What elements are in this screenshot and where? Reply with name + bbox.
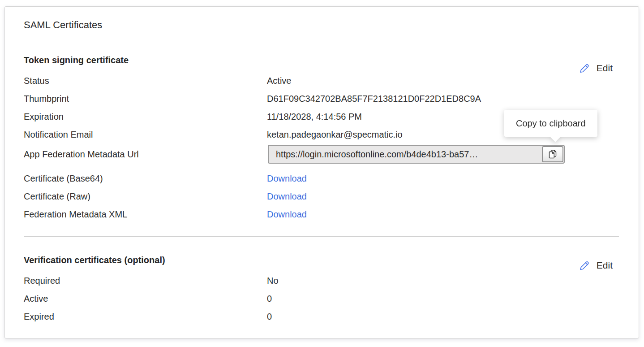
download-base64-link[interactable]: Download xyxy=(267,174,307,183)
federation-metadata-xml-row: Federation Metadata XML Download xyxy=(24,205,619,223)
saml-certificates-panel: SAML Certificates Token signing certific… xyxy=(4,6,639,338)
active-count-value: 0 xyxy=(267,290,619,308)
download-raw-link[interactable]: Download xyxy=(267,191,307,201)
required-value: No xyxy=(267,272,619,290)
notification-email-label: Notification Email xyxy=(24,126,267,143)
required-label: Required xyxy=(24,272,267,290)
certificate-raw-row: Certificate (Raw) Download xyxy=(24,187,619,205)
active-count-row: Active 0 xyxy=(24,290,619,308)
thumbprint-row: Thumbprint D61F09C342702BA85F7F2138121D0… xyxy=(24,90,619,108)
copy-tooltip-text: Copy to clipboard xyxy=(516,118,586,129)
app-federation-metadata-url-label: App Federation Metadata Url xyxy=(24,145,267,164)
expired-count-label: Expired xyxy=(24,308,267,325)
verification-certificate-details: Required No Active 0 Expired 0 xyxy=(24,272,619,325)
active-count-label: Active xyxy=(24,290,267,308)
certificate-base64-row: Certificate (Base64) Download xyxy=(24,169,619,187)
copy-tooltip: Copy to clipboard xyxy=(504,110,597,137)
metadata-url-field[interactable]: https://login.microsoftonline.com/b4de4b… xyxy=(268,145,565,164)
page-title: SAML Certificates xyxy=(24,18,619,32)
thumbprint-value: D61F09C342702BA85F7F2138121D0F22D1ED8C9A xyxy=(267,90,619,108)
edit-token-certificate-button[interactable]: Edit xyxy=(578,61,613,75)
status-label: Status xyxy=(24,72,267,90)
certificate-raw-label: Certificate (Raw) xyxy=(24,187,267,205)
metadata-url-value: https://login.microsoftonline.com/b4de4b… xyxy=(269,146,564,163)
section-divider xyxy=(24,236,619,237)
edit-verification-certificates-button[interactable]: Edit xyxy=(578,258,613,273)
edit-button-label: Edit xyxy=(597,63,613,74)
verification-certificates-heading: Verification certificates (optional) xyxy=(24,254,619,266)
expired-count-row: Expired 0 xyxy=(24,308,619,325)
status-row: Status Active xyxy=(24,72,619,90)
thumbprint-label: Thumbprint xyxy=(24,90,267,108)
copy-icon xyxy=(548,149,558,160)
required-row: Required No xyxy=(24,272,619,290)
app-federation-metadata-url-row: App Federation Metadata Url Copy to clip… xyxy=(24,145,619,166)
download-metadata-xml-link[interactable]: Download xyxy=(267,209,307,219)
certificate-download-list: Certificate (Base64) Download Certificat… xyxy=(24,169,619,223)
pencil-icon xyxy=(578,260,590,272)
edit-button-label: Edit xyxy=(597,260,613,271)
certificate-base64-label: Certificate (Base64) xyxy=(24,169,267,187)
pencil-icon xyxy=(578,62,590,74)
expired-count-value: 0 xyxy=(267,308,619,325)
copy-to-clipboard-button[interactable] xyxy=(542,146,563,162)
token-signing-certificate-heading: Token signing certificate xyxy=(24,54,619,66)
status-value: Active xyxy=(267,72,619,90)
federation-metadata-xml-label: Federation Metadata XML xyxy=(24,205,267,223)
expiration-label: Expiration xyxy=(24,108,267,126)
